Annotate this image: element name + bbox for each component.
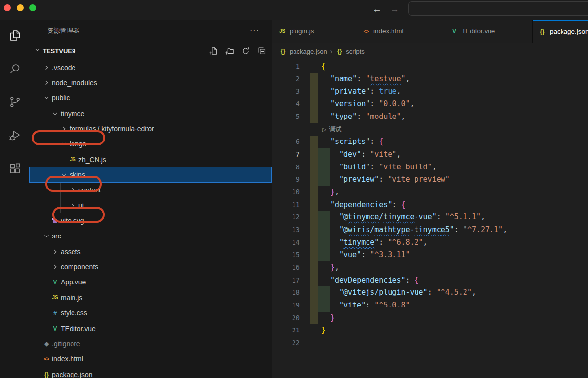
tree-item-tinymce[interactable]: tinymce xyxy=(29,106,272,121)
tree-item-vite.svg[interactable]: vite.svg xyxy=(29,213,272,228)
code-line-13: 13"@wiris/mathtype-tinymce5": "^7.27.1", xyxy=(272,224,588,236)
tab-package.json[interactable]: {}package.json xyxy=(533,20,588,43)
command-center-search[interactable] xyxy=(408,1,588,16)
code-line-text: "@wiris/mathtype-tinymce5": "^7.27.1", xyxy=(272,224,588,236)
sidebar-title: 资源管理器 xyxy=(47,26,80,35)
editor-group: JSplugin.js<>index.htmlVTEditor.vue{}pac… xyxy=(272,20,588,378)
tree-item-node_modules[interactable]: node_modules xyxy=(29,75,272,90)
code-line-10: 10}, xyxy=(272,186,588,199)
tree-item-label: main.js xyxy=(61,294,82,302)
tree-item-label: style.css xyxy=(61,309,87,317)
json-file-icon: {} xyxy=(279,47,287,55)
chevron-down-icon xyxy=(42,94,50,102)
breadcrumb-symbol[interactable]: {} scripts xyxy=(335,47,365,55)
indent-guide xyxy=(60,183,61,198)
explorer-sidebar: 资源管理器 ··· TESTVUE9 .vscodenode_modulespu… xyxy=(29,20,272,378)
json-symbol-icon: {} xyxy=(335,47,343,55)
tree-item-App.vue[interactable]: VApp.vue xyxy=(29,275,272,290)
tree-item-formulas-kityformula-editor[interactable]: formulas / kityformula-editor xyxy=(29,121,272,136)
code-lens-debug[interactable]: ▷调试 xyxy=(322,126,341,133)
code-line-4: 4"version": "0.0.0", xyxy=(272,98,588,111)
code-line-21: 21} xyxy=(272,324,588,337)
git-file-icon: ◆ xyxy=(42,340,50,348)
sidebar-header: 资源管理器 ··· xyxy=(29,20,272,42)
tree-item-package.json[interactable]: {}package.json xyxy=(29,367,272,378)
tree-item-ui[interactable]: ui xyxy=(29,198,272,213)
activity-explorer-icon[interactable] xyxy=(4,24,25,46)
tree-item-.gitignore[interactable]: ◆.gitignore xyxy=(29,336,272,351)
code-line-6: 6"scripts": { xyxy=(272,136,588,148)
tree-item-label: langs xyxy=(70,140,86,148)
collapse-all-icon[interactable] xyxy=(257,47,266,55)
tree-item-skins[interactable]: skins xyxy=(29,167,272,182)
new-file-icon[interactable] xyxy=(209,47,218,55)
code-line-text: } xyxy=(272,312,588,325)
code-line-3: 3"private": true, xyxy=(272,85,588,98)
code-lens-row: ▷调试 xyxy=(272,123,588,136)
activity-extensions-icon[interactable] xyxy=(4,158,25,179)
tree-item-TEditor.vue[interactable]: VTEditor.vue xyxy=(29,321,272,336)
code-line-text: "tinymce": "^6.8.2", xyxy=(272,236,588,249)
new-folder-icon[interactable] xyxy=(225,47,234,55)
json-file-icon: {} xyxy=(539,28,546,36)
code-line-14: 14"tinymce": "^6.8.2", xyxy=(272,236,588,249)
tree-item-label: src xyxy=(52,232,61,240)
activity-source-control-icon[interactable] xyxy=(4,91,25,113)
zoom-window-icon[interactable] xyxy=(29,4,36,11)
code-line-text: }, xyxy=(272,261,588,274)
code-lens-label: 调试 xyxy=(329,126,341,133)
tree-item-src[interactable]: src xyxy=(29,229,272,244)
close-window-icon[interactable] xyxy=(4,4,11,11)
code-line-text: }, xyxy=(272,186,588,199)
refresh-icon[interactable] xyxy=(241,47,250,55)
tree-item-public[interactable]: public xyxy=(29,91,272,106)
js-file-icon: JS xyxy=(51,294,59,302)
tree-item-index.html[interactable]: <>index.html xyxy=(29,352,272,367)
tree-item-components[interactable]: components xyxy=(29,259,272,274)
play-icon: ▷ xyxy=(322,126,326,132)
chevron-right-icon xyxy=(51,263,59,271)
tree-item-style.css[interactable]: #style.css xyxy=(29,306,272,321)
breadcrumb-symbol-label: scripts xyxy=(346,48,365,55)
tree-item-.vscode[interactable]: .vscode xyxy=(29,60,272,75)
navigate-back-icon[interactable]: ← xyxy=(372,3,382,16)
code-line-text xyxy=(272,337,588,350)
navigate-forward-icon[interactable]: → xyxy=(390,3,399,16)
chevron-down-icon xyxy=(60,171,68,179)
tree-item-assets[interactable]: assets xyxy=(29,244,272,259)
tree-item-label: components xyxy=(61,263,98,271)
tree-item-label: .vscode xyxy=(52,64,75,71)
tree-item-label: content xyxy=(78,186,101,194)
tree-item-label: vite.svg xyxy=(61,217,84,225)
project-section-header[interactable]: TESTVUE9 xyxy=(29,42,272,60)
tree-item-content[interactable]: content xyxy=(29,183,272,198)
tab-plugin.js[interactable]: JSplugin.js xyxy=(272,20,356,43)
activity-run-debug-icon[interactable] xyxy=(4,124,25,146)
css-file-icon: # xyxy=(51,309,59,317)
tree-item-main.js[interactable]: JSmain.js xyxy=(29,290,272,305)
tree-item-zh_CN.js[interactable]: JSzh_CN.js xyxy=(29,152,272,167)
code-line-11: 11"dependencies": { xyxy=(272,199,588,212)
activity-search-icon[interactable] xyxy=(4,58,25,79)
code-area[interactable]: 1{2"name": "testvue",3"private": true,4"… xyxy=(272,60,588,378)
code-line-text: "@tinymce/tinymce-vue": "^5.1.1", xyxy=(272,211,588,224)
code-line-text: "devDependencies": { xyxy=(272,274,588,287)
code-line-text: "@vitejs/plugin-vue": "^4.5.2", xyxy=(272,286,588,299)
code-line-12: 12"@tinymce/tinymce-vue": "^5.1.1", xyxy=(272,211,588,224)
tab-label: index.html xyxy=(373,27,404,35)
tab-TEditor.vue[interactable]: VTEditor.vue xyxy=(444,20,533,43)
project-actions xyxy=(209,47,266,55)
chevron-down-icon xyxy=(42,232,50,240)
project-name: TESTVUE9 xyxy=(43,47,75,55)
tree-item-label: .gitignore xyxy=(52,340,80,348)
breadcrumb-file[interactable]: {} package.json xyxy=(279,47,327,55)
tree-item-langs[interactable]: langs xyxy=(29,137,272,152)
minimize-window-icon[interactable] xyxy=(17,4,24,11)
tree-item-label: package.json xyxy=(52,371,93,378)
editor-tab-bar: JSplugin.js<>index.htmlVTEditor.vue{}pac… xyxy=(272,20,588,43)
html-file-icon: <> xyxy=(362,27,370,35)
activity-bar xyxy=(0,20,29,378)
tab-index.html[interactable]: <>index.html xyxy=(356,20,444,43)
more-actions-icon[interactable]: ··· xyxy=(250,26,259,35)
vue-file-icon: V xyxy=(51,325,59,332)
